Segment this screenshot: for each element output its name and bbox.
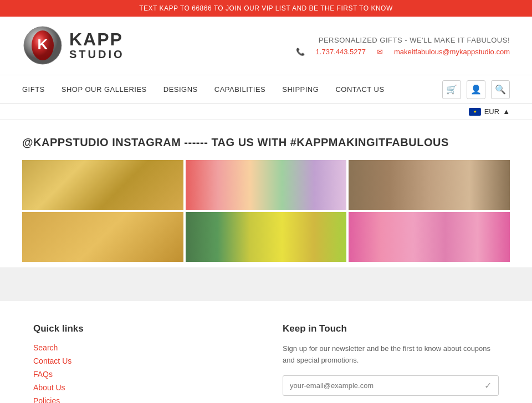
currency-bar: ★ EUR ▲ [0,104,532,120]
instagram-section: @KAPPSTUDIO INSTAGRAM ------ TAG US WITH… [0,120,532,267]
logo-kapp: KAPP [69,30,125,48]
header-tagline: PERSONALIZED GIFTS - WE'LL MAKE IT FABUL… [296,36,510,44]
logo-icon: K [22,25,64,66]
footer-link-policies[interactable]: Policies [33,396,249,403]
footer-link-faqs[interactable]: FAQs [33,370,249,379]
nav-link-designs[interactable]: DESIGNS [163,75,198,104]
instagram-image-2[interactable] [186,160,347,210]
quick-links-heading: Quick links [33,323,249,334]
keep-in-touch-description: Sign up for our newsletter and be the fi… [283,343,499,366]
nav-icons: 🛒 👤 🔍 [442,80,510,99]
header-right: PERSONALIZED GIFTS - WE'LL MAKE IT FABUL… [296,36,510,56]
footer-link-contact-anchor[interactable]: Contact Us [33,356,71,365]
footer-link-about-anchor[interactable]: About Us [33,383,65,392]
nav-links: GIFTS SHOP OUR GALLERIES DESIGNS CAPABIL… [22,75,385,104]
footer-link-search-anchor[interactable]: Search [33,343,58,352]
insta-overlay-6 [349,212,510,262]
keep-in-touch-heading: Keep in Touch [283,323,499,334]
insta-overlay-1 [22,160,183,210]
nav-link-contact[interactable]: CONTACT US [335,75,384,104]
email-input-row: ✓ [283,375,499,396]
footer-keep-in-touch: Keep in Touch Sign up for our newsletter… [283,323,499,403]
instagram-grid [22,160,510,262]
instagram-image-6[interactable] [349,212,510,262]
search-icon: 🔍 [495,84,506,95]
nav-item-shipping[interactable]: SHIPPING [282,75,319,104]
phone-icon: 📞 [296,48,305,56]
footer-link-contact[interactable]: Contact Us [33,356,249,365]
top-banner-text: TEXT KAPP TO 66866 TO JOIN OUR VIP LIST … [139,4,392,12]
footer-link-search[interactable]: Search [33,343,249,352]
instagram-image-3[interactable] [349,160,510,210]
logo-text: KAPP STUDIO [69,30,125,61]
insta-overlay-5 [186,212,347,262]
header: K KAPP STUDIO PERSONALIZED GIFTS - WE'LL… [0,17,532,75]
phone-link[interactable]: 1.737.443.5277 [316,48,366,56]
instagram-title: @KAPPSTUDIO INSTAGRAM ------ TAG US WITH… [22,136,510,149]
nav: GIFTS SHOP OUR GALLERIES DESIGNS CAPABIL… [0,75,532,104]
nav-link-gifts[interactable]: GIFTS [22,75,45,104]
footer-quick-links: Quick links Search Contact Us FAQs About… [33,323,249,403]
eu-flag-icon: ★ [469,108,481,116]
cart-icon: 🛒 [446,84,457,95]
header-contact: 📞 1.737.443.5277 ✉ makeitfabulous@mykapp… [296,48,510,56]
insta-overlay-3 [349,160,510,210]
logo[interactable]: K KAPP STUDIO [22,25,125,66]
top-banner: TEXT KAPP TO 66866 TO JOIN OUR VIP LIST … [0,0,532,17]
footer-link-faqs-anchor[interactable]: FAQs [33,370,53,379]
instagram-image-4[interactable] [22,212,183,262]
nav-item-galleries[interactable]: SHOP OUR GALLERIES [62,75,147,104]
nav-item-gifts[interactable]: GIFTS [22,75,45,104]
footer-link-about[interactable]: About Us [33,383,249,392]
footer-link-policies-anchor[interactable]: Policies [33,396,60,403]
footer-top: Quick links Search Contact Us FAQs About… [33,323,499,403]
insta-overlay-4 [22,212,183,262]
user-icon: 👤 [470,84,482,95]
currency-label: EUR [484,107,499,116]
logo-studio: STUDIO [69,48,125,61]
instagram-image-5[interactable] [186,212,347,262]
nav-link-shipping[interactable]: SHIPPING [282,75,319,104]
nav-link-galleries[interactable]: SHOP OUR GALLERIES [62,75,147,104]
email-submit-button[interactable]: ✓ [484,380,492,391]
instagram-image-1[interactable] [22,160,183,210]
search-button[interactable]: 🔍 [491,80,510,99]
chevron-up-icon: ▲ [503,107,510,116]
email-icon: ✉ [377,48,383,56]
email-input[interactable] [290,381,484,390]
email-link[interactable]: makeitfabulous@mykappstudio.com [394,48,510,56]
insta-overlay-2 [186,160,347,210]
nav-link-capabilities[interactable]: CAPABILITIES [214,75,265,104]
svg-text:K: K [38,36,48,53]
nav-item-contact[interactable]: CONTACT US [335,75,384,104]
gray-spacer [0,267,532,301]
footer: Quick links Search Contact Us FAQs About… [0,301,532,403]
currency-selector[interactable]: ★ EUR ▲ [469,107,510,116]
account-button[interactable]: 👤 [467,80,485,99]
cart-button[interactable]: 🛒 [442,80,461,99]
footer-links-list: Search Contact Us FAQs About Us Policies [33,343,249,403]
nav-item-capabilities[interactable]: CAPABILITIES [214,75,265,104]
nav-item-designs[interactable]: DESIGNS [163,75,198,104]
